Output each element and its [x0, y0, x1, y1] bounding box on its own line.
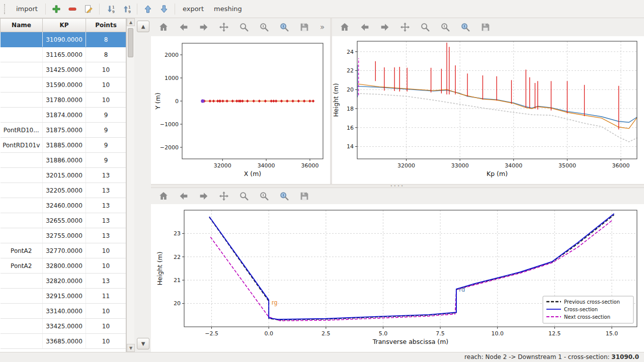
add-section-button[interactable] [49, 2, 64, 16]
edit-section-button[interactable] [81, 2, 96, 16]
table-cell[interactable] [1, 213, 43, 228]
table-row[interactable]: 32755.000013 [1, 228, 126, 243]
table-row[interactable]: PontRD10...31875.00009 [1, 123, 126, 138]
pan-button[interactable] [398, 21, 412, 34]
table-cell[interactable] [1, 319, 43, 334]
table-row[interactable]: 33140.000010 [1, 304, 126, 319]
table-cell[interactable] [1, 228, 43, 243]
table-cell[interactable]: 10 [86, 243, 126, 258]
subplots-button[interactable] [258, 190, 271, 203]
table-row[interactable]: 31425.000010 [1, 62, 126, 77]
table-cell[interactable]: 10 [86, 304, 126, 319]
table-cell[interactable] [1, 47, 43, 62]
table-row[interactable]: 31886.00009 [1, 153, 126, 168]
profile-figure[interactable]: 3200033000340003500036000141618202224Kp … [332, 36, 644, 182]
panel-down-button[interactable]: ▼ [137, 338, 149, 349]
scrollbar-thumb[interactable] [128, 28, 133, 57]
table-row[interactable]: 33425.000010 [1, 319, 126, 334]
customize-button[interactable] [459, 21, 472, 34]
table-cell[interactable]: 9 [86, 123, 126, 138]
sort-descending-button[interactable]: 19 [103, 2, 118, 16]
column-header-name[interactable]: Name [1, 19, 43, 32]
table-row[interactable]: 32915.000011 [1, 289, 126, 304]
table-cell[interactable]: 32205.0000 [43, 183, 86, 198]
zoom-button[interactable] [419, 21, 432, 34]
save-button[interactable] [479, 21, 492, 34]
table-cell[interactable]: 32770.0000 [43, 243, 86, 258]
table-cell[interactable] [1, 334, 43, 349]
table-cell[interactable] [1, 274, 43, 289]
table-scrollbar[interactable]: ▲ ▼ [126, 18, 134, 352]
table-cell[interactable]: 10 [86, 334, 126, 349]
table-row[interactable]: 32655.000013 [1, 213, 126, 228]
table-cell[interactable]: 31885.0000 [43, 138, 86, 153]
table-cell[interactable]: 33425.0000 [43, 319, 86, 334]
table-cell[interactable]: 32820.0000 [43, 274, 86, 289]
column-header-kp[interactable]: KP [43, 19, 86, 32]
table-cell[interactable]: 13 [86, 168, 126, 183]
table-cell[interactable]: 31590.0000 [43, 77, 86, 93]
table-cell[interactable]: PontRD10... [1, 123, 43, 138]
splitter-handle[interactable]: •••• [390, 185, 405, 187]
table-cell[interactable]: 32755.0000 [43, 228, 86, 243]
meshing-button[interactable]: meshing [209, 3, 247, 15]
table-cell[interactable]: 32800.0000 [43, 258, 86, 274]
scroll-down-button[interactable]: ▼ [127, 344, 135, 352]
table-cell[interactable]: 10 [86, 258, 126, 274]
move-section-up-button[interactable] [140, 2, 155, 16]
scroll-up-button[interactable]: ▲ [127, 18, 135, 26]
table-cell[interactable] [1, 168, 43, 183]
table-cell[interactable] [1, 77, 43, 93]
back-button[interactable] [358, 21, 371, 34]
home-button[interactable] [338, 21, 351, 34]
table-row[interactable]: 31780.000010 [1, 93, 126, 108]
table-cell[interactable]: 9 [86, 138, 126, 153]
customize-button[interactable] [278, 190, 291, 203]
table-cell[interactable]: 31425.0000 [43, 62, 86, 77]
table-row[interactable]: 32205.000013 [1, 183, 126, 198]
table-row[interactable]: 33685.000010 [1, 334, 126, 349]
forward-button[interactable] [197, 21, 210, 34]
save-button[interactable] [298, 190, 311, 203]
table-cell[interactable] [1, 304, 43, 319]
table-cell[interactable]: 10 [86, 93, 126, 108]
cross-section-figure[interactable]: −2.50.02.55.07.510.012.515.020212223Tran… [151, 204, 644, 350]
table-cell[interactable]: 31886.0000 [43, 153, 86, 168]
table-row[interactable]: 31590.000010 [1, 77, 126, 93]
save-button[interactable] [298, 21, 311, 34]
toolbar-handle[interactable] [4, 4, 7, 14]
table-cell[interactable] [1, 108, 43, 123]
pan-button[interactable] [217, 21, 230, 34]
toolbar-overflow-button[interactable]: » [320, 23, 325, 32]
move-section-down-button[interactable] [156, 2, 172, 16]
table-cell[interactable] [1, 183, 43, 198]
table-cell[interactable]: 32460.0000 [43, 198, 86, 213]
table-cell[interactable]: 9 [86, 108, 126, 123]
table-cell[interactable]: PontA2 [1, 243, 43, 258]
table-row[interactable]: 31090.00008 [1, 32, 126, 47]
table-cell[interactable]: 10 [86, 77, 126, 93]
table-cell[interactable]: 31875.0000 [43, 123, 86, 138]
table-cell[interactable]: 13 [86, 183, 126, 198]
table-cell[interactable]: 10 [86, 62, 126, 77]
table-cell[interactable]: 33140.0000 [43, 304, 86, 319]
back-button[interactable] [177, 21, 190, 34]
table-cell[interactable]: 31780.0000 [43, 93, 86, 108]
pan-button[interactable] [217, 190, 230, 203]
back-button[interactable] [177, 190, 190, 203]
table-row[interactable]: PontA232800.000010 [1, 258, 126, 274]
table-row[interactable]: 32015.000013 [1, 168, 126, 183]
table-cell[interactable]: 11 [86, 289, 126, 304]
table-cell[interactable]: 32015.0000 [43, 168, 86, 183]
table-cell[interactable]: 9 [86, 153, 126, 168]
zoom-button[interactable] [237, 21, 251, 34]
sort-ascending-button[interactable]: 19 [119, 2, 134, 16]
table-cell[interactable] [1, 289, 43, 304]
table-cell[interactable]: 13 [86, 274, 126, 289]
table-row[interactable]: 32820.000013 [1, 274, 126, 289]
forward-button[interactable] [197, 190, 210, 203]
table-cell[interactable]: 32655.0000 [43, 213, 86, 228]
table-row[interactable]: 32460.000013 [1, 198, 126, 213]
table-row[interactable]: 31874.00009 [1, 108, 126, 123]
home-button[interactable] [157, 190, 170, 203]
